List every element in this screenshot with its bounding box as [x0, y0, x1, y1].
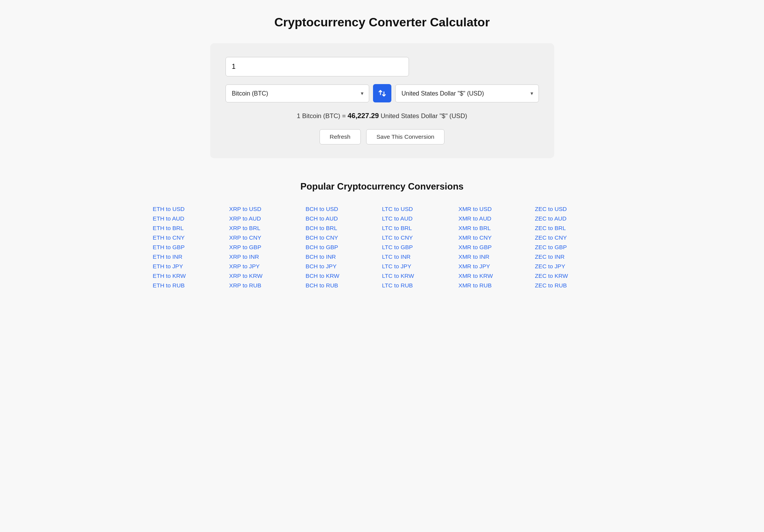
save-conversion-button[interactable]: Save This Conversion	[366, 129, 445, 144]
to-currency-wrapper: United States Dollar "$" (USD) ▾	[395, 84, 539, 102]
result-label: 1 Bitcoin (BTC)	[297, 112, 341, 120]
selectors-row: Bitcoin (BTC) ▾ United States Dollar "$"…	[225, 84, 539, 102]
result-unit-text: United States Dollar "$" (USD)	[381, 112, 467, 120]
conversion-link[interactable]: XRP to BRL	[229, 223, 306, 233]
conversion-link[interactable]: LTC to AUD	[382, 214, 459, 223]
conversion-link[interactable]: LTC to CNY	[382, 233, 459, 242]
conversion-link[interactable]: BCH to BRL	[306, 223, 382, 233]
conversion-link[interactable]: XRP to CNY	[229, 233, 306, 242]
conversion-link[interactable]: BCH to USD	[306, 204, 382, 214]
conversion-link[interactable]: BCH to RUB	[306, 281, 382, 290]
conversion-link[interactable]: ETH to JPY	[153, 261, 229, 271]
conversion-link[interactable]: ETH to USD	[153, 204, 229, 214]
result-value: 46,227.29	[347, 112, 379, 120]
conversion-link[interactable]: ETH to KRW	[153, 271, 229, 281]
conversion-link[interactable]: BCH to KRW	[306, 271, 382, 281]
conversion-link[interactable]: LTC to USD	[382, 204, 459, 214]
conversion-link[interactable]: ETH to INR	[153, 252, 229, 261]
conversion-column-xrp: XRP to USDXRP to AUDXRP to BRLXRP to CNY…	[229, 204, 306, 290]
conversion-link[interactable]: ZEC to JPY	[535, 261, 612, 271]
conversion-link[interactable]: ETH to CNY	[153, 233, 229, 242]
conversion-link[interactable]: ETH to AUD	[153, 214, 229, 223]
conversion-column-bch: BCH to USDBCH to AUDBCH to BRLBCH to CNY…	[306, 204, 382, 290]
conversion-link[interactable]: XMR to JPY	[459, 261, 535, 271]
conversion-link[interactable]: BCH to AUD	[306, 214, 382, 223]
conversion-link[interactable]: XRP to KRW	[229, 271, 306, 281]
conversion-link[interactable]: XRP to USD	[229, 204, 306, 214]
swap-button[interactable]	[373, 84, 391, 102]
swap-icon	[378, 89, 386, 97]
conversion-link[interactable]: LTC to BRL	[382, 223, 459, 233]
conversion-link[interactable]: ZEC to KRW	[535, 271, 612, 281]
conversion-link[interactable]: ZEC to CNY	[535, 233, 612, 242]
conversion-link[interactable]: ZEC to GBP	[535, 242, 612, 252]
conversion-link[interactable]: XMR to INR	[459, 252, 535, 261]
conversion-link[interactable]: BCH to GBP	[306, 242, 382, 252]
amount-input[interactable]	[225, 57, 409, 76]
conversion-link[interactable]: ETH to GBP	[153, 242, 229, 252]
conversion-link[interactable]: ZEC to AUD	[535, 214, 612, 223]
conversion-link[interactable]: BCH to JPY	[306, 261, 382, 271]
conversion-link[interactable]: XMR to GBP	[459, 242, 535, 252]
to-currency-select[interactable]: United States Dollar "$" (USD)	[396, 85, 539, 102]
converter-card: Bitcoin (BTC) ▾ United States Dollar "$"…	[210, 43, 554, 158]
conversion-link[interactable]: ETH to BRL	[153, 223, 229, 233]
conversion-link[interactable]: ETH to RUB	[153, 281, 229, 290]
result-row: 1 Bitcoin (BTC) = 46,227.29 United State…	[225, 112, 539, 120]
conversion-link[interactable]: ZEC to INR	[535, 252, 612, 261]
conversion-link[interactable]: LTC to INR	[382, 252, 459, 261]
conversion-link[interactable]: ZEC to RUB	[535, 281, 612, 290]
conversion-link[interactable]: XMR to CNY	[459, 233, 535, 242]
conversions-grid: ETH to USDETH to AUDETH to BRLETH to CNY…	[153, 204, 612, 290]
conversion-column-ltc: LTC to USDLTC to AUDLTC to BRLLTC to CNY…	[382, 204, 459, 290]
conversion-column-xmr: XMR to USDXMR to AUDXMR to BRLXMR to CNY…	[459, 204, 535, 290]
page-title: Cryptocurrency Converter Calculator	[8, 15, 756, 29]
conversion-link[interactable]: LTC to KRW	[382, 271, 459, 281]
conversion-link[interactable]: XMR to AUD	[459, 214, 535, 223]
from-currency-select[interactable]: Bitcoin (BTC)	[226, 85, 369, 102]
conversion-link[interactable]: BCH to INR	[306, 252, 382, 261]
refresh-button[interactable]: Refresh	[320, 129, 361, 144]
conversion-link[interactable]: ZEC to USD	[535, 204, 612, 214]
result-equals: =	[342, 112, 347, 120]
conversion-link[interactable]: XMR to USD	[459, 204, 535, 214]
conversion-link[interactable]: XRP to AUD	[229, 214, 306, 223]
conversion-link[interactable]: BCH to CNY	[306, 233, 382, 242]
conversion-column-zec: ZEC to USDZEC to AUDZEC to BRLZEC to CNY…	[535, 204, 612, 290]
from-currency-wrapper: Bitcoin (BTC) ▾	[225, 84, 369, 102]
conversion-link[interactable]: ZEC to BRL	[535, 223, 612, 233]
conversion-link[interactable]: LTC to GBP	[382, 242, 459, 252]
conversion-link[interactable]: LTC to JPY	[382, 261, 459, 271]
conversion-link[interactable]: XRP to RUB	[229, 281, 306, 290]
conversion-link[interactable]: LTC to RUB	[382, 281, 459, 290]
conversion-column-eth: ETH to USDETH to AUDETH to BRLETH to CNY…	[153, 204, 229, 290]
conversion-link[interactable]: XRP to INR	[229, 252, 306, 261]
popular-section-title: Popular Cryptocurrency Conversions	[8, 181, 756, 192]
conversion-link[interactable]: XMR to BRL	[459, 223, 535, 233]
conversion-link[interactable]: XMR to RUB	[459, 281, 535, 290]
conversion-link[interactable]: XRP to JPY	[229, 261, 306, 271]
conversion-link[interactable]: XMR to KRW	[459, 271, 535, 281]
conversion-link[interactable]: XRP to GBP	[229, 242, 306, 252]
actions-row: Refresh Save This Conversion	[225, 129, 539, 144]
